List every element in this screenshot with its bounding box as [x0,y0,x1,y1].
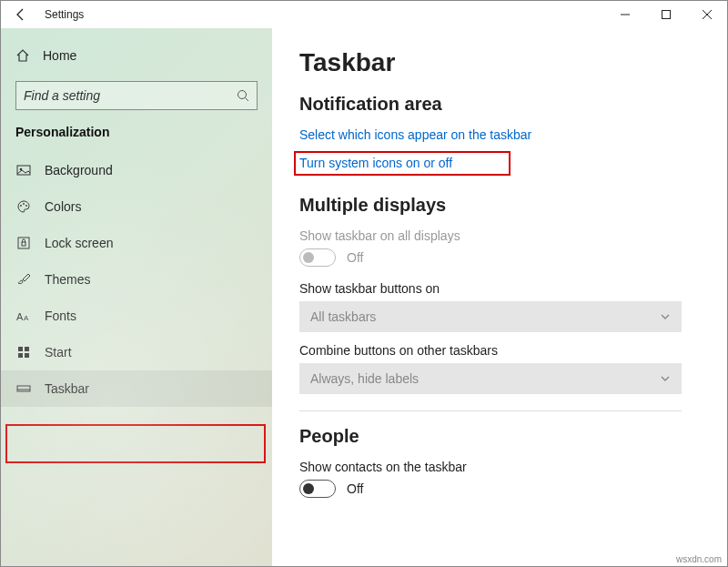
sidebar-item-themes[interactable]: Themes [1,261,272,298]
show-all-displays-toggle [299,248,336,267]
window-title: Settings [45,8,84,21]
contacts-state: Off [347,481,363,496]
brush-icon [15,272,32,287]
show-all-displays-state: Off [347,250,363,265]
search-icon [237,89,249,102]
svg-text:A: A [24,314,29,322]
sidebar-item-label: Background [45,163,113,177]
svg-point-9 [23,203,25,205]
sidebar-item-label: Fonts [45,309,76,323]
home-icon [15,48,30,63]
svg-point-8 [20,205,22,207]
taskbar-icon [15,381,32,396]
search-field[interactable] [24,88,237,103]
buttons-on-dropdown: All taskbars [299,301,682,332]
svg-rect-1 [662,11,670,19]
fonts-icon: AA [15,309,32,322]
chevron-down-icon [660,373,671,384]
svg-rect-12 [22,242,25,246]
contacts-label: Show contacts on the taskbar [299,460,700,474]
buttons-on-value: All taskbars [310,309,376,324]
svg-point-10 [25,205,27,207]
svg-rect-16 [25,347,29,351]
page-title: Taskbar [299,48,700,77]
link-system-icons[interactable]: Turn system icons on or off [299,156,452,170]
highlight-taskbar [5,424,266,463]
notification-heading: Notification area [299,94,700,115]
window-controls [604,1,727,28]
sidebar: Home Personalization Background Colors L… [1,28,272,566]
sidebar-item-label: Lock screen [45,236,113,250]
svg-rect-19 [17,386,30,391]
image-icon [15,163,32,177]
chevron-down-icon [660,311,671,322]
buttons-on-label: Show taskbar buttons on [299,281,700,296]
titlebar: Settings [1,1,727,28]
sidebar-item-label: Themes [45,272,91,287]
watermark: wsxdn.com [676,554,722,564]
start-icon [15,345,32,359]
contacts-toggle[interactable] [299,480,336,498]
sidebar-item-start[interactable]: Start [1,334,272,370]
divider [299,410,682,411]
svg-rect-17 [18,353,23,358]
svg-point-4 [238,91,247,99]
show-all-displays-label: Show taskbar on all displays [299,228,700,243]
sidebar-item-label: Taskbar [45,381,89,396]
sidebar-item-fonts[interactable]: AA Fonts [1,298,272,334]
sidebar-item-label: Start [45,345,72,359]
svg-rect-6 [17,166,30,175]
category-title: Personalization [1,123,272,152]
svg-rect-18 [25,353,29,358]
main-content: Taskbar Notification area Select which i… [272,28,727,566]
link-select-icons[interactable]: Select which icons appear on the taskbar [299,127,700,142]
sidebar-item-background[interactable]: Background [1,152,272,188]
svg-line-5 [246,98,249,102]
palette-icon [15,199,32,214]
minimize-button[interactable] [604,1,645,28]
sidebar-item-taskbar[interactable]: Taskbar [1,370,272,407]
sidebar-item-colors[interactable]: Colors [1,188,272,225]
svg-rect-15 [18,347,23,351]
maximize-button[interactable] [645,1,686,28]
back-button[interactable] [14,7,28,22]
search-input[interactable] [15,81,258,110]
home-label: Home [43,48,76,63]
combine-label: Combine buttons on other taskbars [299,343,700,358]
sidebar-item-label: Colors [45,199,81,214]
combine-dropdown: Always, hide labels [299,363,682,394]
settings-window: Settings Home [0,0,728,567]
home-nav[interactable]: Home [1,39,272,72]
close-button[interactable] [686,1,727,28]
people-heading: People [299,426,700,447]
lockscreen-icon [15,236,32,250]
svg-text:A: A [16,311,24,322]
combine-value: Always, hide labels [310,371,419,386]
sidebar-item-lockscreen[interactable]: Lock screen [1,225,272,261]
displays-heading: Multiple displays [299,195,700,216]
